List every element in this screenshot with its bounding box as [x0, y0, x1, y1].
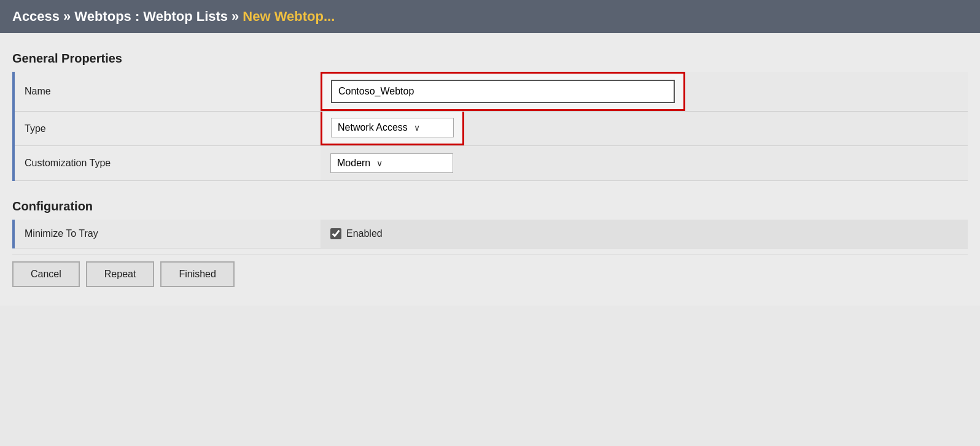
customization-type-dropdown[interactable]: Modern ∨	[330, 153, 453, 173]
name-type-highlight-box	[321, 72, 685, 111]
finished-button[interactable]: Finished	[160, 261, 234, 287]
table-row-name: Name	[14, 72, 968, 112]
buttons-area: Cancel Repeat Finished	[12, 255, 968, 293]
type-chevron-icon: ∨	[414, 123, 420, 133]
cancel-button[interactable]: Cancel	[12, 261, 80, 287]
repeat-button[interactable]: Repeat	[86, 261, 155, 287]
type-value-cell: Network Access ∨	[321, 112, 968, 146]
minimize-to-tray-label: Minimize To Tray	[25, 228, 98, 239]
table-row-type: Type Network Access ∨	[14, 112, 968, 146]
customization-type-chevron-icon: ∨	[376, 158, 383, 168]
breadcrumb-access[interactable]: Access	[12, 9, 60, 25]
configuration-heading: Configuration	[12, 199, 968, 213]
enabled-label: Enabled	[346, 228, 383, 239]
breadcrumb-sep2: »	[231, 9, 239, 25]
enabled-checkbox[interactable]	[330, 228, 341, 239]
type-dropdown-value: Network Access	[338, 122, 408, 133]
table-row-customization-type: Customization Type Modern ∨	[14, 146, 968, 181]
breadcrumb-sep1: »	[63, 9, 71, 25]
main-content: General Properties Name Type	[0, 33, 980, 306]
breadcrumb-bar: Access » Webtops : Webtop Lists » New We…	[0, 0, 980, 33]
general-properties-section: General Properties Name Type	[12, 52, 968, 181]
enabled-checkbox-row: Enabled	[330, 228, 958, 239]
general-properties-heading: General Properties	[12, 52, 968, 66]
customization-type-label-cell: Customization Type	[14, 146, 321, 181]
name-label-cell: Name	[14, 72, 321, 112]
customization-type-value-cell: Modern ∨	[321, 146, 968, 181]
minimize-to-tray-label-cell: Minimize To Tray	[14, 220, 321, 248]
name-value-cell	[321, 72, 968, 112]
customization-type-label: Customization Type	[25, 158, 111, 168]
type-dropdown[interactable]: Network Access ∨	[331, 118, 454, 137]
breadcrumb-current-page: New Webtop...	[243, 9, 335, 25]
name-label: Name	[25, 86, 51, 96]
configuration-section: Configuration Minimize To Tray Enabled	[12, 199, 968, 248]
type-label-cell: Type	[14, 112, 321, 146]
minimize-to-tray-value-cell: Enabled	[321, 220, 968, 248]
breadcrumb-webtops[interactable]: Webtops : Webtop Lists	[74, 9, 228, 25]
type-label: Type	[25, 123, 46, 134]
table-row-minimize-to-tray: Minimize To Tray Enabled	[14, 220, 968, 248]
configuration-table: Minimize To Tray Enabled	[12, 220, 968, 248]
general-properties-table: Name Type Network Access ∨	[12, 72, 968, 181]
name-input[interactable]	[331, 80, 675, 103]
customization-type-dropdown-value: Modern	[337, 158, 370, 169]
